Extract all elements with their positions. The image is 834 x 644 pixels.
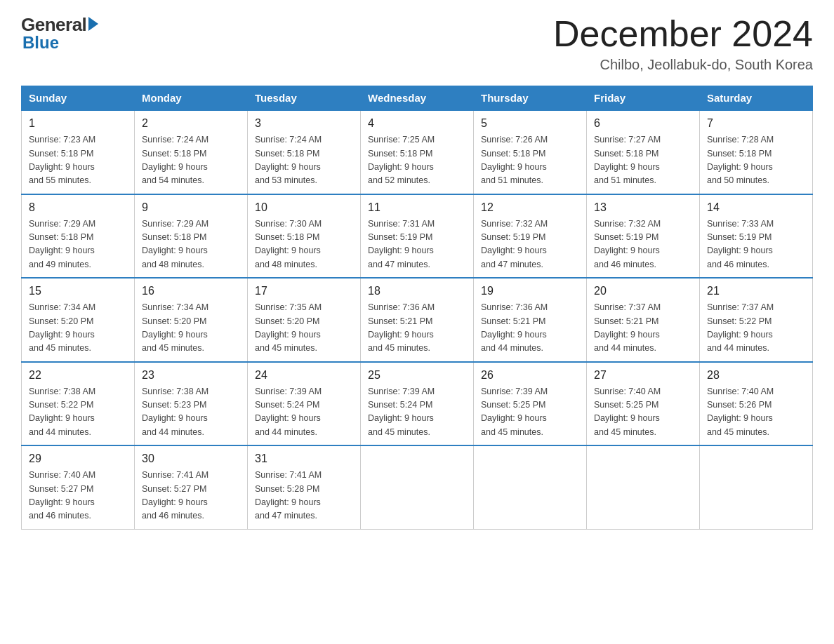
day-number: 1	[29, 115, 127, 132]
day-info: Sunrise: 7:34 AMSunset: 5:20 PMDaylight:…	[29, 302, 95, 353]
day-number: 25	[368, 367, 466, 384]
calendar-cell: 15Sunrise: 7:34 AMSunset: 5:20 PMDayligh…	[22, 278, 135, 362]
calendar-cell: 12Sunrise: 7:32 AMSunset: 5:19 PMDayligh…	[474, 194, 587, 279]
day-number: 30	[142, 450, 240, 467]
day-info: Sunrise: 7:41 AMSunset: 5:27 PMDaylight:…	[142, 470, 208, 521]
calendar-cell	[700, 445, 813, 529]
calendar-cell: 6Sunrise: 7:27 AMSunset: 5:18 PMDaylight…	[587, 110, 700, 194]
calendar-cell	[474, 445, 587, 529]
calendar-cell	[587, 445, 700, 529]
day-number: 11	[368, 199, 466, 216]
calendar-cell: 27Sunrise: 7:40 AMSunset: 5:25 PMDayligh…	[587, 362, 700, 446]
calendar-cell: 3Sunrise: 7:24 AMSunset: 5:18 PMDaylight…	[248, 110, 361, 194]
day-info: Sunrise: 7:35 AMSunset: 5:20 PMDaylight:…	[255, 302, 322, 353]
page-header: General Blue December 2024 Chilbo, Jeoll…	[21, 14, 813, 73]
calendar-cell: 23Sunrise: 7:38 AMSunset: 5:23 PMDayligh…	[135, 362, 248, 446]
calendar-cell: 17Sunrise: 7:35 AMSunset: 5:20 PMDayligh…	[248, 278, 361, 362]
day-info: Sunrise: 7:34 AMSunset: 5:20 PMDaylight:…	[142, 302, 208, 353]
day-info: Sunrise: 7:36 AMSunset: 5:21 PMDaylight:…	[368, 302, 435, 353]
calendar-cell: 20Sunrise: 7:37 AMSunset: 5:21 PMDayligh…	[587, 278, 700, 362]
column-header-saturday: Saturday	[700, 86, 813, 111]
day-number: 18	[368, 283, 466, 300]
day-info: Sunrise: 7:27 AMSunset: 5:18 PMDaylight:…	[594, 135, 661, 185]
calendar-cell: 18Sunrise: 7:36 AMSunset: 5:21 PMDayligh…	[361, 278, 474, 362]
calendar-cell: 5Sunrise: 7:26 AMSunset: 5:18 PMDaylight…	[474, 110, 587, 194]
day-number: 21	[707, 283, 805, 300]
calendar-cell: 14Sunrise: 7:33 AMSunset: 5:19 PMDayligh…	[700, 194, 813, 279]
calendar-cell: 25Sunrise: 7:39 AMSunset: 5:24 PMDayligh…	[361, 362, 474, 446]
calendar-cell: 29Sunrise: 7:40 AMSunset: 5:27 PMDayligh…	[22, 445, 135, 529]
calendar-cell	[361, 445, 474, 529]
calendar-cell: 19Sunrise: 7:36 AMSunset: 5:21 PMDayligh…	[474, 278, 587, 362]
day-number: 14	[707, 199, 805, 216]
calendar-cell: 10Sunrise: 7:30 AMSunset: 5:18 PMDayligh…	[248, 194, 361, 279]
calendar-cell: 22Sunrise: 7:38 AMSunset: 5:22 PMDayligh…	[22, 362, 135, 446]
logo-blue-text: Blue	[22, 33, 59, 53]
day-info: Sunrise: 7:33 AMSunset: 5:19 PMDaylight:…	[707, 219, 774, 269]
calendar-week-row: 8Sunrise: 7:29 AMSunset: 5:18 PMDaylight…	[22, 194, 813, 279]
calendar-subtitle: Chilbo, Jeollabuk-do, South Korea	[553, 57, 813, 73]
day-number: 17	[255, 283, 353, 300]
calendar-cell: 8Sunrise: 7:29 AMSunset: 5:18 PMDaylight…	[22, 194, 135, 279]
calendar-week-row: 22Sunrise: 7:38 AMSunset: 5:22 PMDayligh…	[22, 362, 813, 446]
day-info: Sunrise: 7:29 AMSunset: 5:18 PMDaylight:…	[142, 219, 208, 269]
day-info: Sunrise: 7:39 AMSunset: 5:24 PMDaylight:…	[368, 387, 435, 437]
day-number: 9	[142, 199, 240, 216]
calendar-cell: 4Sunrise: 7:25 AMSunset: 5:18 PMDaylight…	[361, 110, 474, 194]
calendar-week-row: 1Sunrise: 7:23 AMSunset: 5:18 PMDaylight…	[22, 110, 813, 194]
calendar-cell: 9Sunrise: 7:29 AMSunset: 5:18 PMDaylight…	[135, 194, 248, 279]
calendar-cell: 21Sunrise: 7:37 AMSunset: 5:22 PMDayligh…	[700, 278, 813, 362]
logo: General Blue	[21, 14, 98, 53]
day-info: Sunrise: 7:38 AMSunset: 5:22 PMDaylight:…	[29, 387, 95, 437]
day-number: 28	[707, 367, 805, 384]
title-block: December 2024 Chilbo, Jeollabuk-do, Sout…	[553, 14, 813, 73]
calendar-cell: 24Sunrise: 7:39 AMSunset: 5:24 PMDayligh…	[248, 362, 361, 446]
day-number: 8	[29, 199, 127, 216]
day-info: Sunrise: 7:24 AMSunset: 5:18 PMDaylight:…	[255, 135, 322, 185]
day-number: 26	[481, 367, 579, 384]
day-number: 24	[255, 367, 353, 384]
day-info: Sunrise: 7:40 AMSunset: 5:25 PMDaylight:…	[594, 387, 661, 437]
day-info: Sunrise: 7:38 AMSunset: 5:23 PMDaylight:…	[142, 387, 208, 437]
day-info: Sunrise: 7:40 AMSunset: 5:27 PMDaylight:…	[29, 470, 95, 521]
calendar-table: SundayMondayTuesdayWednesdayThursdayFrid…	[21, 86, 813, 530]
day-number: 5	[481, 115, 579, 132]
calendar-cell: 31Sunrise: 7:41 AMSunset: 5:28 PMDayligh…	[248, 445, 361, 529]
day-number: 22	[29, 367, 127, 384]
day-number: 13	[594, 199, 692, 216]
day-number: 10	[255, 199, 353, 216]
day-info: Sunrise: 7:32 AMSunset: 5:19 PMDaylight:…	[481, 219, 548, 269]
day-info: Sunrise: 7:29 AMSunset: 5:18 PMDaylight:…	[29, 219, 95, 269]
day-info: Sunrise: 7:25 AMSunset: 5:18 PMDaylight:…	[368, 135, 435, 185]
day-info: Sunrise: 7:36 AMSunset: 5:21 PMDaylight:…	[481, 302, 548, 353]
calendar-week-row: 29Sunrise: 7:40 AMSunset: 5:27 PMDayligh…	[22, 445, 813, 529]
calendar-cell: 30Sunrise: 7:41 AMSunset: 5:27 PMDayligh…	[135, 445, 248, 529]
day-info: Sunrise: 7:31 AMSunset: 5:19 PMDaylight:…	[368, 219, 435, 269]
calendar-week-row: 15Sunrise: 7:34 AMSunset: 5:20 PMDayligh…	[22, 278, 813, 362]
day-number: 16	[142, 283, 240, 300]
day-number: 6	[594, 115, 692, 132]
calendar-cell: 1Sunrise: 7:23 AMSunset: 5:18 PMDaylight…	[22, 110, 135, 194]
day-number: 2	[142, 115, 240, 132]
calendar-header-row: SundayMondayTuesdayWednesdayThursdayFrid…	[22, 86, 813, 111]
calendar-cell: 7Sunrise: 7:28 AMSunset: 5:18 PMDaylight…	[700, 110, 813, 194]
calendar-cell: 16Sunrise: 7:34 AMSunset: 5:20 PMDayligh…	[135, 278, 248, 362]
day-number: 3	[255, 115, 353, 132]
logo-triangle-icon	[88, 17, 98, 31]
day-info: Sunrise: 7:37 AMSunset: 5:21 PMDaylight:…	[594, 302, 661, 353]
day-info: Sunrise: 7:26 AMSunset: 5:18 PMDaylight:…	[481, 135, 548, 185]
day-info: Sunrise: 7:39 AMSunset: 5:24 PMDaylight:…	[255, 387, 322, 437]
day-number: 31	[255, 450, 353, 467]
day-number: 19	[481, 283, 579, 300]
column-header-thursday: Thursday	[474, 86, 587, 111]
column-header-monday: Monday	[135, 86, 248, 111]
day-info: Sunrise: 7:23 AMSunset: 5:18 PMDaylight:…	[29, 135, 95, 185]
day-info: Sunrise: 7:32 AMSunset: 5:19 PMDaylight:…	[594, 219, 661, 269]
day-info: Sunrise: 7:41 AMSunset: 5:28 PMDaylight:…	[255, 470, 322, 521]
calendar-title: December 2024	[553, 14, 813, 54]
day-info: Sunrise: 7:37 AMSunset: 5:22 PMDaylight:…	[707, 302, 774, 353]
day-number: 23	[142, 367, 240, 384]
day-number: 4	[368, 115, 466, 132]
day-number: 27	[594, 367, 692, 384]
day-number: 29	[29, 450, 127, 467]
